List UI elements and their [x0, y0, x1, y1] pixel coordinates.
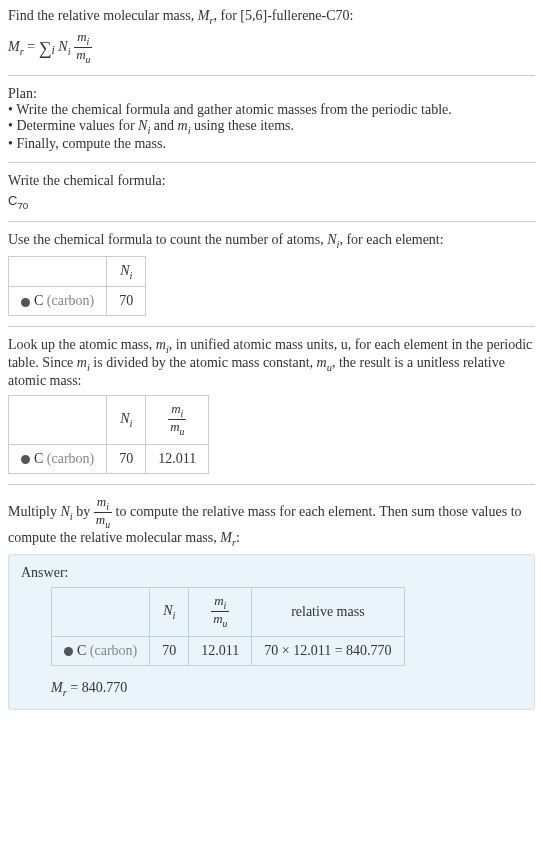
- mi-over-mu: mi mu: [74, 30, 92, 66]
- res-pre: Multiply: [8, 504, 61, 519]
- table-row: Ni mimu: [9, 396, 209, 445]
- h-mu-u: u: [180, 426, 185, 437]
- mass-table: Ni mimu C (carbon) 70 12.011: [8, 395, 209, 474]
- r-mu-u: u: [105, 519, 110, 530]
- ni-count: Ni: [327, 232, 339, 247]
- mr-final: Mr: [51, 680, 67, 695]
- dot-icon: [21, 455, 30, 464]
- count-post: , for each element:: [339, 232, 443, 247]
- sigma-symbol: ∑: [39, 38, 52, 58]
- table-row: Ni: [9, 256, 146, 287]
- mr-res: Mr: [220, 530, 236, 545]
- mi-mass-m: m: [156, 337, 166, 352]
- mi-plan: mi: [178, 118, 191, 133]
- table-row: C (carbon) 70 12.011 70 × 12.011 = 840.7…: [52, 636, 405, 665]
- el-c: C: [34, 293, 47, 308]
- mimu-header: mimu: [189, 588, 252, 637]
- ni-header: Ni: [150, 588, 189, 637]
- main-formula: Mr = ∑i Ni mi mu: [8, 30, 535, 66]
- element-cell: C (carbon): [52, 636, 150, 665]
- ni-res-n: N: [61, 504, 70, 519]
- formula-sub: 70: [17, 200, 28, 211]
- dot-icon: [64, 647, 73, 656]
- formula-base: C: [8, 193, 17, 208]
- intro-text: Find the relative molecular mass,: [8, 8, 198, 23]
- el-carbon3: (carbon): [90, 643, 137, 658]
- table-row: C (carbon) 70: [9, 287, 146, 316]
- ni-count-n: N: [327, 232, 336, 247]
- intro-section: Find the relative molecular mass, Mr, fo…: [8, 8, 535, 76]
- mr-final-m: M: [51, 680, 63, 695]
- n-value: 70: [107, 287, 146, 316]
- ni-h-i: i: [129, 269, 132, 280]
- mi-mass2: mi: [77, 355, 90, 370]
- intro-line: Find the relative molecular mass, Mr, fo…: [8, 8, 535, 26]
- ni-plan: Ni: [138, 118, 150, 133]
- chemical-formula: C70: [8, 193, 535, 211]
- ni-header: Ni: [107, 256, 146, 287]
- mi-num: mi: [74, 30, 92, 48]
- sigma-sub: i: [52, 43, 55, 57]
- mi-m: m: [77, 29, 86, 44]
- plan-bullet-1: • Write the chemical formula and gather …: [8, 102, 535, 118]
- answer-table: Ni mimu relative mass C (carbon) 70 12.0…: [51, 587, 405, 666]
- formula-section: Write the chemical formula: C70: [8, 173, 535, 222]
- ni-res: Ni: [61, 504, 73, 519]
- dot-icon: [21, 298, 30, 307]
- mass-text: Look up the atomic mass, mi, in unified …: [8, 337, 535, 389]
- empty-header: [9, 396, 107, 445]
- mu-u: u: [86, 54, 91, 65]
- plan-b2-mid: and: [150, 118, 177, 133]
- intro-post: , for [5,6]-fullerene-C70:: [214, 8, 354, 23]
- h-mi-m: m: [171, 401, 180, 416]
- plan-bullet-2: • Determine values for Ni and mi using t…: [8, 118, 535, 136]
- plan-b2-pre: • Determine values for: [8, 118, 138, 133]
- res-mid1: by: [73, 504, 94, 519]
- mu-mass-m: m: [317, 355, 327, 370]
- a-mi-m: m: [214, 593, 223, 608]
- mr-final-eq: = 840.770: [67, 680, 127, 695]
- n-value: 70: [150, 636, 189, 665]
- count-pre: Use the chemical formula to count the nu…: [8, 232, 327, 247]
- ni-a-i: i: [172, 610, 175, 621]
- el-c2: C: [34, 451, 47, 466]
- plan-heading: Plan:: [8, 86, 535, 102]
- result-section: Multiply Ni by mimu to compute the relat…: [8, 495, 535, 721]
- answer-box: Answer: Ni mimu relative mass C (carbon)…: [8, 554, 535, 710]
- ni-n: N: [58, 39, 67, 54]
- table-row: C (carbon) 70 12.011: [9, 444, 209, 473]
- table-row: Ni mimu relative mass: [52, 588, 405, 637]
- answer-label: Answer:: [21, 565, 522, 581]
- mi-mass2-m: m: [77, 355, 87, 370]
- plan-section: Plan: • Write the chemical formula and g…: [8, 86, 535, 163]
- relmass-value: 70 × 12.011 = 840.770: [252, 636, 404, 665]
- plan-bullet-3: • Finally, compute the mass.: [8, 136, 535, 152]
- res-post: :: [236, 530, 240, 545]
- mass-section: Look up the atomic mass, mi, in unified …: [8, 337, 535, 484]
- n-value: 70: [107, 444, 146, 473]
- r-mi-m: m: [97, 494, 106, 509]
- el-c3: C: [77, 643, 90, 658]
- mi-plan-m: m: [178, 118, 188, 133]
- mr-m: M: [198, 8, 210, 23]
- empty-header: [9, 256, 107, 287]
- mi-i: i: [87, 35, 90, 46]
- element-cell: C (carbon): [9, 444, 107, 473]
- el-carbon2: (carbon): [47, 451, 94, 466]
- mr-m2: M: [8, 39, 20, 54]
- ni-h2-i: i: [129, 418, 132, 429]
- final-result: Mr = 840.770: [51, 680, 522, 698]
- empty-header: [52, 588, 150, 637]
- mu-m: m: [76, 47, 85, 62]
- h-mi-i: i: [181, 408, 184, 419]
- mr-res-m: M: [220, 530, 232, 545]
- plan-b2-post: using these items.: [191, 118, 294, 133]
- el-carbon: (carbon): [47, 293, 94, 308]
- mass-pre: Look up the atomic mass,: [8, 337, 156, 352]
- element-cell: C (carbon): [9, 287, 107, 316]
- count-text: Use the chemical formula to count the nu…: [8, 232, 535, 250]
- mass-value: 12.011: [189, 636, 252, 665]
- result-text: Multiply Ni by mimu to compute the relat…: [8, 495, 535, 548]
- mass-value: 12.011: [146, 444, 209, 473]
- a-mu-m: m: [213, 611, 222, 626]
